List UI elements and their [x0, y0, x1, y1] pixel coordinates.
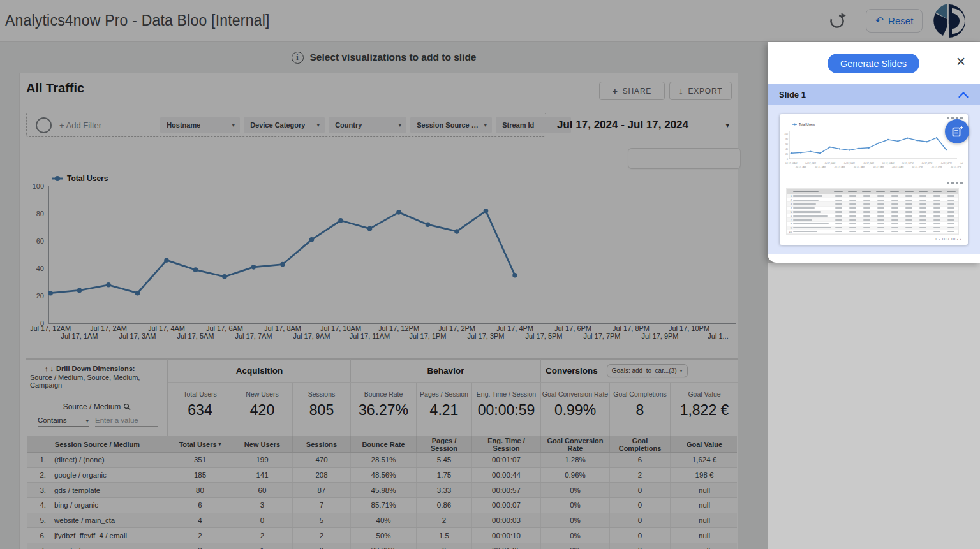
svg-text:Jul 17, 2PM: Jul 17, 2PM: [921, 162, 932, 165]
thumb-row-cell: [944, 231, 958, 232]
svg-text:60: 60: [785, 143, 788, 145]
thumb-bar: [849, 219, 856, 221]
close-icon[interactable]: ×: [953, 53, 969, 70]
thumb-row-name: [793, 227, 831, 228]
thumb-bar: [933, 231, 940, 232]
thumb-bar: [793, 223, 829, 224]
thumb-row-cell: [859, 219, 873, 221]
add-to-slide-button[interactable]: [945, 119, 969, 143]
thumb-bar: [863, 227, 870, 228]
thumb-bar: [863, 219, 870, 221]
thumb-row-cell: [887, 195, 902, 196]
svg-text:Jul 17, 6AM: Jul 17, 6AM: [844, 162, 855, 165]
thumb-bar: [919, 231, 926, 232]
thumb-row-cell: [930, 231, 944, 232]
thumb-row-cell: [845, 191, 859, 192]
svg-text:Jul 17, 8AM: Jul 17, 8AM: [863, 162, 874, 165]
thumb-row-cell: [902, 219, 916, 221]
thumb-row-cell: [887, 203, 902, 205]
thumb-row-cell: [845, 231, 859, 232]
svg-text:Jul 17, 12PM: Jul 17, 12PM: [902, 162, 914, 165]
thumb-bar: [877, 207, 884, 209]
thumb-bar: [891, 227, 898, 228]
thumb-row-cell: [916, 211, 930, 212]
thumb-bar: [890, 191, 899, 192]
thumb-bar: [891, 215, 898, 216]
thumb-row-cell: [831, 231, 845, 232]
thumb-row-cell: [831, 211, 845, 212]
thumb-row-name: [793, 195, 831, 196]
svg-text:Jul 17, 3PM: Jul 17, 3PM: [932, 166, 942, 168]
svg-text:Jul 17, 12AM: Jul 17, 12AM: [785, 162, 798, 165]
thumb-row-cell: [873, 219, 887, 221]
thumb-bar: [863, 200, 870, 201]
thumb-row-cell: [845, 211, 859, 212]
thumb-bar: [863, 211, 870, 212]
thumb-row-cell: [944, 211, 958, 212]
thumb-bar: [905, 231, 912, 232]
thumb-row-cell: [873, 223, 887, 224]
thumb-bar: [891, 211, 898, 212]
thumb-row-cell: [873, 215, 887, 216]
slides-side-panel: Generate Slides × Slide 1 Total Users020…: [768, 42, 980, 263]
thumb-bar: [891, 223, 898, 224]
thumb-row-name: [793, 200, 831, 201]
thumb-row-cell: [845, 219, 859, 221]
thumb-row-cell: [887, 207, 902, 209]
thumb-row-cell: [831, 191, 845, 192]
thumb-row-cell: [845, 207, 859, 209]
thumb-bar: [863, 215, 870, 216]
slide-1-header[interactable]: Slide 1: [768, 84, 980, 105]
thumb-bar: [947, 207, 954, 209]
thumb-bar: [905, 219, 912, 221]
thumb-bar: [933, 223, 940, 224]
thumb-row-cell: [873, 195, 887, 196]
thumb-bar: [877, 203, 884, 205]
thumb-row-cell: [873, 227, 887, 228]
thumb-bar: [877, 200, 884, 201]
thumb-bar: [919, 200, 926, 201]
thumb-bar: [947, 231, 954, 232]
thumb-row-cell: [916, 215, 930, 216]
thumb-row-cell: [831, 195, 845, 196]
svg-text:Jul 17, 4PM: Jul 17, 4PM: [941, 162, 952, 165]
thumb-row-cell: [845, 200, 859, 201]
thumb-row-cell: [859, 227, 873, 228]
thumb-row-cell: [859, 195, 873, 196]
thumb-bar: [933, 219, 940, 221]
thumb-row-cell: [859, 191, 873, 192]
thumb-bar: [849, 227, 856, 228]
generate-slides-button[interactable]: Generate Slides: [828, 54, 919, 73]
thumb-row-cell: [887, 215, 902, 216]
thumb-row-cell: [859, 211, 873, 212]
thumb-row-cell: [902, 215, 916, 216]
thumb-row-cell: [831, 215, 845, 216]
thumb-bar: [876, 191, 885, 192]
thumbnail-table-row: [787, 189, 958, 194]
thumb-bar: [849, 211, 856, 212]
thumb-row-cell: [916, 227, 930, 228]
thumb-bar: [793, 191, 819, 192]
thumb-bar: [933, 215, 940, 216]
thumb-bar: [835, 219, 842, 221]
thumb-bar: [933, 227, 940, 228]
svg-text:Jul 17, 2AM: Jul 17, 2AM: [805, 162, 816, 165]
thumb-row-cell: [873, 211, 887, 212]
thumb-row-rank: 5: [787, 210, 793, 214]
thumb-row-name: [793, 207, 831, 209]
thumb-row-rank: 10: [787, 230, 793, 233]
svg-text:Jul 17, 6PM: Jul 17, 6PM: [960, 162, 963, 165]
thumb-bar: [905, 191, 914, 192]
thumb-bar: [793, 203, 816, 205]
thumb-bar: [933, 207, 940, 209]
thumb-row-cell: [831, 203, 845, 205]
thumb-bar: [793, 231, 817, 232]
thumb-row-cell: [887, 191, 902, 192]
thumb-row-rank: 1: [787, 194, 793, 198]
thumb-bar: [891, 203, 898, 205]
thumb-row-cell: [902, 195, 916, 196]
side-panel-dimmed-area: [768, 263, 980, 549]
slide-thumbnail[interactable]: Total Users020406080100Jul 17, 12AMJul 1…: [780, 114, 968, 245]
thumb-row-cell: [887, 227, 902, 228]
thumb-row-cell: [930, 203, 944, 205]
